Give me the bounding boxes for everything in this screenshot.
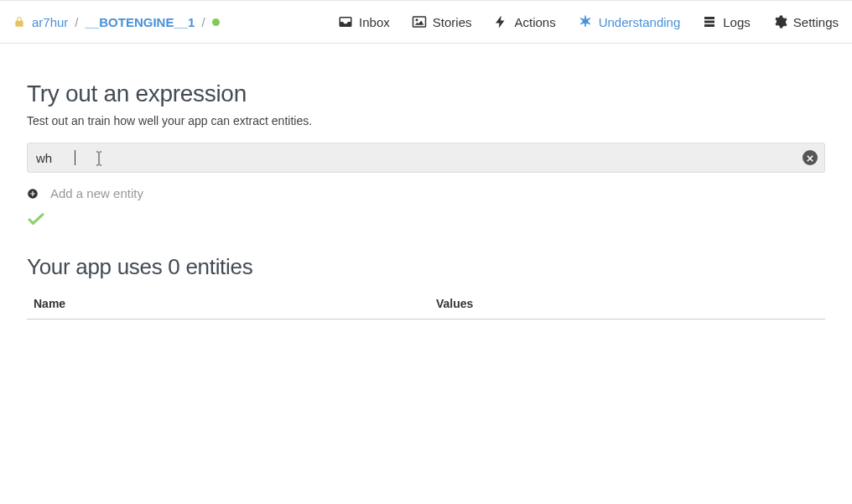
gear-icon bbox=[772, 14, 787, 29]
lock-icon bbox=[13, 16, 25, 28]
entities-heading: Your app uses 0 entities bbox=[27, 254, 825, 280]
clear-input-button[interactable] bbox=[803, 150, 818, 165]
plus-circle-icon bbox=[27, 188, 39, 200]
logs-icon bbox=[702, 14, 717, 29]
text-caret bbox=[75, 150, 75, 165]
entities-table-header: Name Values bbox=[27, 297, 825, 320]
nav-settings-label: Settings bbox=[793, 15, 839, 29]
nav: Inbox Stories Actions Understanding Logs bbox=[338, 14, 839, 29]
nav-settings[interactable]: Settings bbox=[772, 14, 839, 29]
inbox-icon bbox=[338, 14, 353, 29]
image-icon bbox=[412, 14, 427, 29]
breadcrumb-app[interactable]: __BOTENGINE__1 bbox=[86, 15, 195, 29]
close-icon bbox=[807, 150, 813, 165]
add-entity-label: Add a new entity bbox=[50, 186, 143, 200]
check-icon bbox=[27, 214, 45, 228]
expression-input-box[interactable] bbox=[27, 143, 825, 173]
page-title: Try out an expression bbox=[27, 81, 825, 107]
breadcrumb-user[interactable]: ar7hur bbox=[32, 15, 68, 29]
nav-inbox-label: Inbox bbox=[359, 15, 390, 29]
nav-logs-label: Logs bbox=[723, 15, 751, 29]
nav-stories[interactable]: Stories bbox=[412, 14, 472, 29]
status-dot-icon bbox=[212, 18, 220, 26]
breadcrumb: ar7hur / __BOTENGINE__1 / bbox=[13, 15, 220, 29]
page-subtitle: Test out an train how well your app can … bbox=[27, 114, 825, 127]
breadcrumb-separator: / bbox=[201, 15, 205, 29]
nav-logs[interactable]: Logs bbox=[702, 14, 751, 29]
top-bar: ar7hur / __BOTENGINE__1 / Inbox Stories … bbox=[0, 0, 852, 44]
column-name: Name bbox=[34, 297, 436, 310]
expression-input[interactable] bbox=[36, 151, 796, 165]
confirm-button[interactable] bbox=[27, 212, 47, 229]
add-entity-button[interactable]: Add a new entity bbox=[27, 186, 825, 200]
nav-stories-label: Stories bbox=[433, 15, 472, 29]
nav-actions[interactable]: Actions bbox=[493, 14, 555, 29]
nav-actions-label: Actions bbox=[514, 15, 555, 29]
asterisk-icon bbox=[578, 14, 593, 29]
main-content: Try out an expression Test out an train … bbox=[0, 44, 852, 336]
nav-understanding[interactable]: Understanding bbox=[578, 14, 681, 29]
bolt-icon bbox=[493, 14, 508, 29]
column-values: Values bbox=[436, 297, 473, 310]
nav-understanding-label: Understanding bbox=[599, 15, 681, 29]
nav-inbox[interactable]: Inbox bbox=[338, 14, 390, 29]
breadcrumb-separator: / bbox=[75, 15, 78, 29]
